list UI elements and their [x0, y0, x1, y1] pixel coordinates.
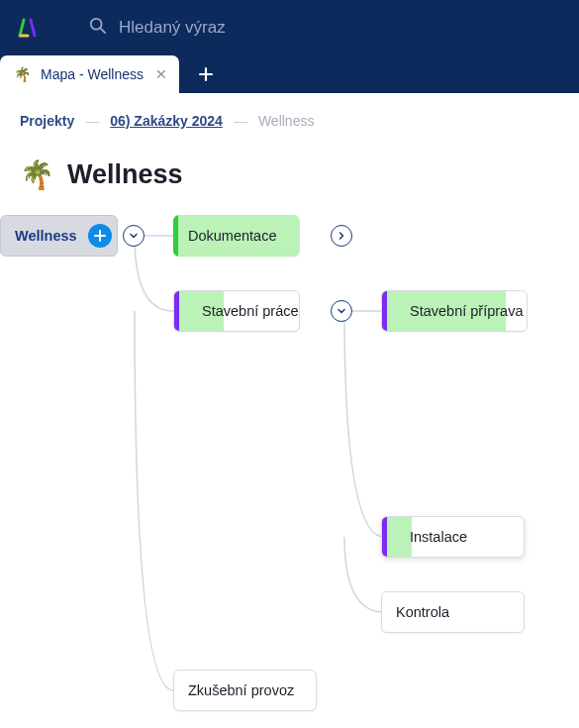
- node-zkusebni-provoz-label: Zkušební provoz: [174, 682, 308, 698]
- crumb-separator: —: [234, 113, 247, 129]
- close-icon[interactable]: ✕: [153, 66, 169, 82]
- tab-label: Mapa - Wellness: [41, 66, 144, 82]
- node-dokumentace[interactable]: Dokumentace: [173, 215, 300, 257]
- search-box[interactable]: Hledaný výraz: [89, 17, 226, 40]
- expand-toggle[interactable]: [123, 225, 145, 247]
- expand-toggle[interactable]: [331, 225, 352, 247]
- crumb-separator: —: [85, 113, 99, 129]
- search-placeholder: Hledaný výraz: [119, 18, 226, 38]
- tab-map-wellness[interactable]: 🌴 Mapa - Wellness ✕: [0, 55, 179, 93]
- tab-emoji: 🌴: [14, 66, 31, 82]
- node-kontrola-label: Kontrola: [382, 604, 463, 620]
- crumb-orders-2024[interactable]: 06) Zakázky 2024: [110, 113, 223, 129]
- breadcrumb: Projekty — 06) Zakázky 2024 — Wellness: [0, 93, 579, 129]
- add-tab-button[interactable]: [191, 59, 221, 89]
- page-title-emoji: 🌴: [20, 158, 54, 191]
- node-zkusebni-provoz[interactable]: Zkušební provoz: [173, 670, 317, 711]
- node-root-label: Wellness: [15, 228, 77, 244]
- add-child-button[interactable]: [88, 224, 112, 248]
- search-icon: [89, 17, 107, 40]
- node-stavebni-priprava-label: Stavební příprava: [396, 303, 528, 319]
- node-stavebni-prace[interactable]: Stavební práce: [173, 290, 300, 332]
- page-title: Wellness: [67, 159, 183, 190]
- expand-toggle[interactable]: [331, 300, 352, 322]
- node-stavebni-priprava[interactable]: Stavební příprava: [381, 290, 528, 332]
- node-root[interactable]: Wellness: [0, 215, 118, 257]
- crumb-current: Wellness: [258, 113, 315, 129]
- svg-point-0: [91, 18, 102, 29]
- node-stavebni-prace-label: Stavební práce: [188, 303, 300, 319]
- node-dokumentace-label: Dokumentace: [188, 228, 290, 244]
- node-kontrola[interactable]: Kontrola: [381, 591, 525, 633]
- node-instalace-label: Instalace: [396, 529, 481, 545]
- node-instalace[interactable]: Instalace: [381, 516, 525, 558]
- crumb-projects[interactable]: Projekty: [20, 113, 74, 129]
- app-logo[interactable]: [18, 17, 40, 39]
